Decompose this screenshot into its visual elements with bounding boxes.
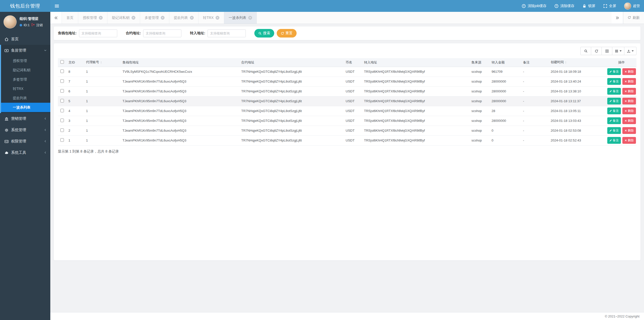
contract-address-input[interactable] [143,29,181,37]
to-address-input[interactable] [208,29,246,37]
note-button-label: 备注 [613,99,619,103]
sidebar-item-permission-management[interactable]: 权限管理 [0,136,50,147]
reset-button-label: 重置 [286,31,293,35]
note-button[interactable]: 备注 [607,108,621,114]
column-header[interactable]: 代理账号 [84,58,120,67]
sidebar-subitem-multisig-management[interactable]: 多签管理 [1,75,50,84]
note-button[interactable]: 备注 [607,78,621,85]
delete-button[interactable]: 删除 [622,98,636,104]
tab-close-icon[interactable]: ✕ [216,16,219,20]
cell-fish-wallet-address: TV9LSyMSFKQ1c7NCqxohUECRHCK5wcCxzx [120,67,239,77]
sidebar-subitem-withdrawal-list[interactable]: 提款列表 [1,93,50,103]
note-button[interactable]: 备注 [607,137,621,144]
delete-button[interactable]: 删除 [622,68,636,75]
cell-fish-wallet-address: TJeamPKhR1Kr95m9n7TdL6uxcAofjvH5Q3 [120,96,239,106]
clear-job-cache-button[interactable]: ?清除job缓存 [518,0,550,12]
cell-remark: - [521,126,549,135]
table-search-button[interactable] [580,47,591,55]
table-refresh-button[interactable] [591,47,602,55]
row-checkbox[interactable] [60,138,64,142]
column-header: 主ID [66,58,84,67]
row-checkbox[interactable] [60,69,64,73]
row-checkbox[interactable] [60,89,64,93]
row-checkbox[interactable] [60,99,64,102]
chevron-down-icon [44,49,47,52]
nav-item-label: 清除缓存 [560,4,574,8]
row-checkbox[interactable] [60,109,64,112]
delete-button[interactable]: 删除 [622,127,636,134]
sidebar-item-system-management[interactable]: 系统管理 [0,124,50,136]
tab-mnemonic-private-key[interactable]: 助记词私钥✕ [107,12,140,24]
sidebar-item-label: 权限管理 [11,139,26,144]
row-checkbox[interactable] [60,119,64,122]
tabs-scroll-left-button[interactable] [50,12,62,24]
tab-home[interactable]: 首页 [62,12,78,24]
sidebar-subitem-transfer-trx[interactable]: 转TRX [1,84,50,93]
note-button[interactable]: 备注 [607,68,621,75]
sidebar-item-system-tools[interactable]: 系统工具 [0,147,50,158]
table-export-button[interactable] [624,47,636,55]
row-checkbox[interactable] [60,79,64,83]
sidebar-item-home[interactable]: 首页 [0,33,50,45]
search-icon [258,32,262,35]
tab-refresh-button[interactable]: 刷新 [623,12,644,24]
sidebar-group-marketing-management: 营销管理 [0,113,50,124]
sidebar-avatar[interactable] [4,15,17,28]
table-row: 11TJeamPKhR1Kr95m9n7TdL6uxcAofjvH5Q3TR7N… [58,135,636,145]
cell-fish-source: scshop [469,135,490,145]
delete-button[interactable]: 删除 [622,78,636,85]
sidebar-subitem-one-wave-kill-list[interactable]: 一波杀列表 [1,103,50,112]
table-detail-view-button[interactable] [601,47,612,55]
cell-to-address: TRSjst6KhHQ1RTXf8cNfekjGXQAR9tfByf [362,86,469,96]
sidebar-item-fish-management[interactable]: 鱼苗管理 [1,45,50,56]
cell-contract-address: TR7NHqjeKQxGTCi8q8ZY4pL8otSzgjLj6t [239,77,344,86]
column-header-label: 转入地址 [364,60,377,64]
tab-auth-management[interactable]: 授权管理✕ [78,12,107,24]
delete-button[interactable]: 删除 [622,108,636,114]
sidebar-menu: 首页鱼苗管理授权管理助记词私钥多签管理转TRX提款列表一波杀列表营销管理系统管理… [0,33,50,158]
sidebar-toggle-button[interactable] [50,0,63,12]
tab-close-icon[interactable]: ✕ [161,16,165,20]
cell-fish-source: scshop [469,67,490,77]
logout-link[interactable]: 注销 [36,23,43,27]
tab-close-icon[interactable]: ✕ [190,16,194,20]
cell-agent-account: 1 [84,126,120,135]
gear-icon [5,128,9,132]
search-button[interactable]: 搜索 [254,29,274,38]
column-header-label: 币名 [346,60,352,64]
tab-label: 一波杀列表 [229,16,246,20]
lock-screen-button[interactable]: 锁屏 [578,0,599,12]
delete-button[interactable]: 删除 [622,117,636,124]
sidebar-subitem-mnemonic-private-key[interactable]: 助记词私钥 [1,65,50,75]
delete-button[interactable]: 删除 [622,137,636,144]
cell-coin-name: USDT [344,77,362,86]
delete-button[interactable]: 删除 [622,88,636,95]
fish-wallet-address-input[interactable] [79,29,117,37]
tab-withdrawal-list[interactable]: 提款列表✕ [169,12,198,24]
tab-close-icon[interactable]: ✕ [248,16,252,20]
select-all-checkbox[interactable] [60,60,64,64]
note-button[interactable]: 备注 [607,127,621,134]
tabs-scroll-right-button[interactable] [612,12,623,24]
row-checkbox[interactable] [60,128,64,132]
cell-fish-wallet-address: TJeamPKhR1Kr95m9n7TdL6uxcAofjvH5Q3 [120,86,239,96]
table-columns-button[interactable] [612,47,624,55]
note-button[interactable]: 备注 [607,88,621,95]
edit-icon [609,119,612,122]
sidebar-subitem-auth-management[interactable]: 授权管理 [1,56,50,65]
fullscreen-button[interactable]: 全屏 [599,0,620,12]
tab-close-icon[interactable]: ✕ [132,16,135,20]
sidebar-item-marketing-management[interactable]: 营销管理 [0,113,50,124]
reset-button[interactable]: 重置 [277,29,297,38]
user-menu[interactable]: 超管 [620,0,644,12]
tab-close-icon[interactable]: ✕ [99,16,103,20]
tab-multisig-management[interactable]: 多签管理✕ [140,12,169,24]
cell-fish-wallet-address: TJeamPKhR1Kr95m9n7TdL6uxcAofjvH5Q3 [120,126,239,135]
note-button[interactable]: 备注 [607,98,621,104]
clear-cache-button[interactable]: ?清除缓存 [550,0,578,12]
note-button[interactable]: 备注 [607,117,621,124]
column-header[interactable]: 创建时间 [549,58,607,67]
tab-transfer-trx[interactable]: 转TRX✕ [198,12,224,24]
tab-one-wave-kill-list[interactable]: 一波杀列表✕ [224,12,257,24]
sort-icon [100,61,103,64]
